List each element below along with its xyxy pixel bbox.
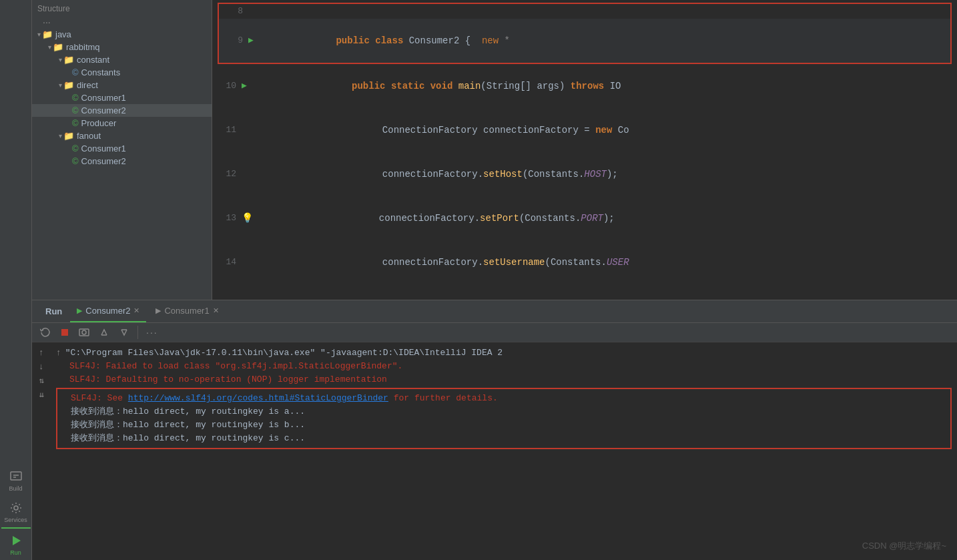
watermark: CSDN @明志学编程~ [862,540,946,552]
run-tab-label: Run [37,306,70,316]
build-label: Build [9,485,22,492]
java-folder-icon: 📁 [42,29,53,39]
run-arrow-9: ▶ [248,33,254,48]
warn3-link[interactable]: http://www.slf4j.org/codes.html#StaticLo… [128,392,388,405]
tree-item-constants[interactable]: © Constants [32,66,212,79]
svg-rect-0 [11,472,21,480]
structure-dots: ... [32,13,212,28]
code-line-11: 11 ConnectionFactory connectionFactory =… [212,108,957,152]
no-arrow-12 [242,167,259,182]
code-line-13: 13 💡 connectionFactory.setPort(Constants… [212,196,957,240]
services-label: Services [4,517,27,523]
run-label: Run [10,549,21,556]
code-text-9: public class Consumer2 { new * [258,19,510,63]
structure-label: Structure [32,3,212,13]
code-text-15: connectionFactory.setPassword(Constants.… [259,284,629,300]
consumer1-class-icon: © [72,93,79,103]
svg-point-3 [14,506,18,510]
producer-class-icon: © [72,118,79,128]
consumer2-label: Consumer2 [81,105,126,115]
tree-item-direct[interactable]: ▾ 📁 direct [32,79,212,91]
constants-class-icon: © [72,67,79,77]
warn3-prefix: SLF4J: See [71,392,128,405]
output-msg3: 接收到消息：hello direct, my routingkey is c..… [57,432,950,445]
line-num-8: 8 [224,4,243,19]
left-sidebar: Build Services Run [0,0,32,560]
expand-constant: ▾ [59,56,62,63]
tree-item-producer[interactable]: © Producer [32,117,212,129]
tab-consumer1-icon: ▶ [155,306,161,315]
scroll-bottom-icon[interactable]: ⇊ [39,390,43,400]
expand-direct: ▾ [59,81,62,89]
tree-item-fanout-consumer1[interactable]: © Consumer1 [32,142,212,155]
line-num-9: 9 [224,33,243,48]
expand-rabbitmq: ▾ [48,43,51,51]
tab-consumer2-label: Consumer2 [85,306,130,316]
msg1-text: 接收到消息：hello direct, my routingkey is a..… [71,405,305,418]
build-sidebar-btn[interactable]: Build [1,465,31,496]
producer-label: Producer [81,118,117,128]
tab-consumer1[interactable]: ▶ Consumer1 ✕ [149,300,225,322]
fanout-consumer2-class-icon: © [72,156,79,166]
warn3-indent [57,392,67,405]
tree-item-java[interactable]: ▾ 📁 java [32,28,212,41]
tab-consumer1-close[interactable]: ✕ [213,306,219,315]
scroll-bottom-btn[interactable] [116,326,132,339]
no-arrow-11 [242,123,259,137]
warn3-suffix: for further details. [388,392,498,405]
fanout-consumer2-label: Consumer2 [81,156,126,166]
constants-label: Constants [81,67,121,77]
code-line-12: 12 connectionFactory.setHost(Constants.H… [212,152,957,196]
code-text-13: connectionFactory.setPort(Constants.PORT… [256,196,615,240]
rabbitmq-folder-icon: 📁 [53,42,63,52]
run-arrow-10: ▶ [242,79,247,93]
tree-item-fanout-consumer2[interactable]: © Consumer2 [32,155,212,168]
scroll-down-arrow[interactable]: ↓ [39,362,44,372]
run-output: ↑ "C:\Program Files\Java\jdk-17.0.11\bin… [51,342,957,560]
scroll-filter-icon[interactable]: ⇅ [39,376,43,386]
rabbitmq-label: rabbitmq [66,42,100,52]
run-sidebar-btn[interactable]: Run [1,527,31,560]
code-line-8: 8 [219,4,950,19]
rerun-btn[interactable] [37,326,53,339]
code-view: 8 9 ▶ public class Consumer2 { new * [212,0,957,300]
services-sidebar-btn[interactable]: Services [1,496,31,527]
more-btn[interactable]: ··· [143,326,161,339]
stop-btn[interactable] [57,326,72,338]
tab-consumer2-close[interactable]: ✕ [133,306,139,315]
output-warn3: SLF4J: See http://www.slf4j.org/codes.ht… [57,392,950,405]
msg2-indent [57,418,67,432]
consumer1-label: Consumer1 [81,93,126,103]
no-arrow-8 [248,4,262,19]
code-line-14: 14 connectionFactory.setUsername(Constan… [212,240,957,284]
tree-item-consumer2[interactable]: © Consumer2 [32,104,212,117]
warn1-indent [56,360,65,373]
svg-marker-4 [13,536,21,545]
warn1-text: SLF4J: Failed to load class "org.slf4j.i… [69,360,402,373]
cmd-arrow: ↑ [56,346,61,360]
tab-consumer2-icon: ▶ [77,306,82,315]
scroll-top-btn[interactable] [96,326,112,339]
tree-item-fanout[interactable]: ▾ 📁 fanout [32,129,212,142]
direct-folder-icon: 📁 [63,80,74,90]
screenshot-btn[interactable] [76,326,92,339]
svg-point-7 [82,330,86,334]
fanout-consumer1-class-icon: © [72,144,79,154]
cmd-text: "C:\Program Files\Java\jdk-17.0.11\bin\j… [65,346,503,360]
tree-item-constant[interactable]: ▾ 📁 constant [32,53,212,66]
tab-consumer1-label: Consumer1 [164,306,209,316]
constant-label: constant [77,55,109,65]
fanout-folder-icon: 📁 [63,131,74,141]
output-msg1: 接收到消息：hello direct, my routingkey is a..… [57,405,950,418]
scroll-up-arrow[interactable]: ↑ [39,348,44,358]
msg2-text: 接收到消息：hello direct, my routingkey is b..… [71,418,305,432]
warn2-text: SLF4J: Defaulting to no-operation (NOP) … [69,373,387,386]
tree-item-rabbitmq[interactable]: ▾ 📁 rabbitmq [32,41,212,53]
tree-item-consumer1[interactable]: © Consumer1 [32,91,212,104]
constant-folder-icon: 📁 [63,55,74,65]
tab-consumer2[interactable]: ▶ Consumer2 ✕ [70,300,146,322]
java-label: java [55,29,71,39]
output-cmd: ↑ "C:\Program Files\Java\jdk-17.0.11\bin… [56,346,952,360]
toolbar-separator [137,326,138,339]
msg3-text: 接收到消息：hello direct, my routingkey is c..… [71,432,305,445]
